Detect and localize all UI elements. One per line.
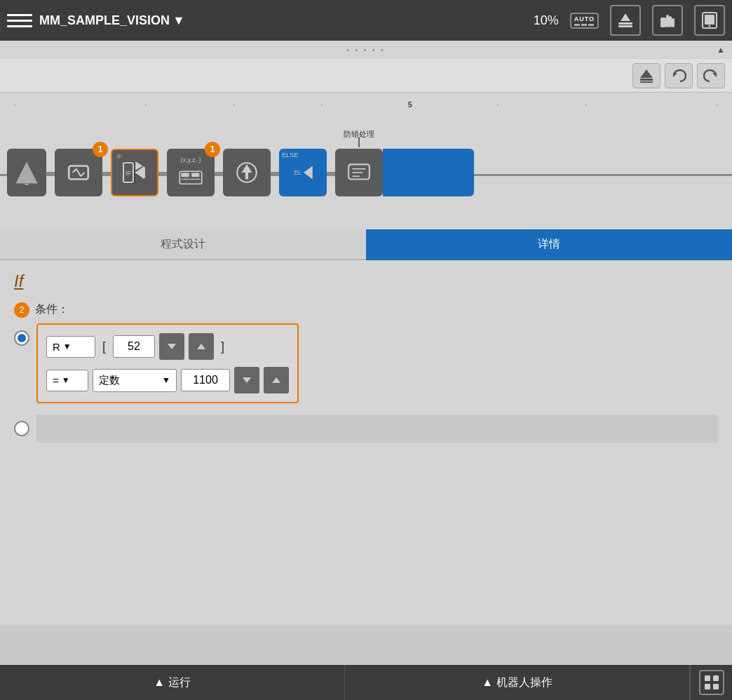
register-dropdown-arrow: ▼ (63, 342, 72, 351)
condition-row-bottom: = ▼ 定数 ▼ 1100 (46, 367, 289, 393)
operator-dropdown[interactable]: = ▼ (46, 370, 88, 391)
svg-rect-38 (348, 164, 370, 179)
undo-button[interactable] (665, 63, 693, 88)
svg-marker-14 (712, 73, 717, 77)
index-increment-btn[interactable] (189, 333, 214, 360)
svg-marker-44 (243, 377, 251, 383)
svg-marker-2 (621, 13, 630, 21)
else-node[interactable]: ELSE EL (279, 149, 327, 196)
svg-marker-45 (272, 377, 280, 383)
value-increment-btn[interactable] (264, 367, 289, 393)
svg-rect-0 (618, 22, 632, 25)
detail-panel: If 2 条件： R ▼ [ 52 (0, 260, 732, 625)
header: MM_SAMPLE_VISION ▼ 10% AUTO (0, 0, 732, 41)
signal-badge: 1 (93, 142, 108, 157)
tabs: 程式设计 详情 (0, 229, 732, 260)
svg-rect-46 (705, 675, 710, 681)
svg-marker-36 (304, 166, 313, 179)
signal-node[interactable]: 1 (55, 149, 102, 196)
condition-row-2 (14, 415, 718, 443)
ruler-tick-5: 5 (366, 100, 454, 109)
condition-row-top: R ▼ [ 52 ] (46, 333, 289, 360)
tab-program-label: 程式设计 (161, 237, 205, 252)
condition-badge: 2 (14, 302, 29, 318)
svg-marker-15 (15, 161, 37, 183)
svg-rect-49 (713, 684, 719, 689)
type-dropdown[interactable]: 定数 ▼ (93, 369, 177, 392)
register-dropdown[interactable]: R ▼ (46, 336, 95, 358)
menu-icon[interactable] (7, 8, 32, 33)
condition-label-text: 条件： (35, 303, 69, 315)
robot-operation-button[interactable]: ▲ 机器人操作 (345, 665, 690, 700)
svg-line-18 (73, 169, 76, 173)
grid-icon (699, 670, 724, 695)
condition-group-1: R ▼ [ 52 ] (36, 323, 299, 403)
svg-text:EL: EL (294, 169, 301, 176)
upload-button[interactable] (632, 63, 660, 88)
svg-rect-1 (618, 25, 632, 27)
toolbar (0, 59, 732, 93)
svg-rect-6 (672, 18, 675, 27)
radio-2[interactable] (14, 421, 29, 436)
svg-marker-42 (168, 344, 176, 349)
svg-marker-10 (640, 69, 653, 78)
register-index-value: 52 (113, 335, 155, 358)
svg-rect-30 (191, 173, 199, 177)
move-node[interactable] (223, 149, 271, 196)
xyz-badge: 1 (205, 142, 220, 157)
svg-marker-33 (242, 164, 252, 173)
svg-rect-48 (705, 684, 710, 689)
svg-line-20 (81, 173, 84, 176)
header-right: 10% AUTO (534, 5, 725, 36)
condition-label: 2 条件： (14, 302, 718, 318)
upload-icon-btn[interactable] (610, 5, 641, 36)
collapse-arrow[interactable]: ▲ (717, 45, 725, 55)
run-button[interactable]: ▲ 运行 (0, 665, 345, 700)
redo-button[interactable] (697, 63, 725, 88)
svg-rect-12 (640, 81, 653, 83)
svg-line-19 (76, 169, 81, 177)
svg-rect-29 (182, 173, 189, 177)
tab-program[interactable]: 程式设计 (0, 229, 366, 260)
svg-rect-3 (660, 18, 666, 27)
title-text: MM_SAMPLE_VISION (39, 13, 170, 28)
svg-marker-13 (673, 73, 677, 77)
operator-dropdown-arrow: ▼ (62, 375, 70, 385)
svg-text:IF: IF (126, 170, 132, 177)
title-dropdown-icon[interactable]: ▼ (172, 13, 185, 28)
empty-condition-box (36, 415, 718, 443)
svg-rect-5 (669, 16, 672, 27)
svg-marker-43 (197, 344, 205, 349)
svg-rect-4 (666, 15, 669, 27)
type-dropdown-arrow: ▼ (162, 375, 170, 385)
flow-area: · · · · 5 · · · 1 (0, 93, 732, 229)
svg-rect-11 (640, 79, 653, 81)
constant-value: 1100 (181, 369, 230, 391)
svg-rect-34 (245, 173, 248, 180)
if-node[interactable]: IF IF (111, 149, 158, 196)
detail-title: If (14, 271, 718, 291)
value-decrement-btn[interactable] (234, 367, 259, 393)
svg-rect-47 (713, 675, 719, 681)
sub-header: • • • • • ▲ (0, 41, 732, 59)
message-node[interactable]: 防错处理 (335, 149, 383, 196)
ruler: · · · · 5 · · · (0, 100, 732, 109)
xyz-node[interactable]: 1 (x,y,z,·) (167, 149, 215, 196)
svg-marker-26 (135, 167, 145, 178)
tablet-icon-btn[interactable] (694, 5, 725, 36)
svg-rect-8 (705, 15, 714, 25)
speed-percent: 10% (534, 13, 559, 28)
condition-row-1: R ▼ [ 52 ] (14, 323, 718, 410)
svg-rect-16 (25, 184, 29, 185)
auto-mode-button[interactable]: AUTO (570, 13, 599, 29)
drag-dots: • • • • • (346, 46, 386, 54)
grid-icon-button[interactable] (690, 665, 732, 700)
tab-detail[interactable]: 详情 (366, 229, 732, 260)
radio-1[interactable] (14, 330, 29, 346)
start-node[interactable] (7, 149, 46, 196)
bracket-open: [ (100, 339, 109, 354)
robot-hand-icon-btn[interactable] (652, 5, 683, 36)
index-decrement-btn[interactable] (159, 333, 184, 360)
type-value: 定数 (99, 374, 120, 387)
extended-blue-area (383, 149, 474, 196)
